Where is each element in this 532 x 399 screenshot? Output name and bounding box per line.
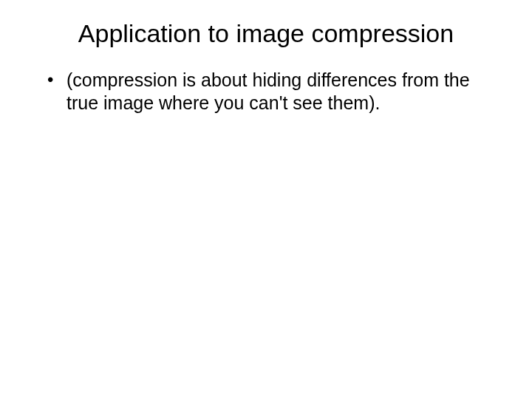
bullet-item: (compression is about hiding differences… xyxy=(47,69,495,115)
slide-container: Application to image compression (compre… xyxy=(0,0,532,399)
bullet-list: (compression is about hiding differences… xyxy=(37,69,495,115)
slide-title: Application to image compression xyxy=(37,19,495,48)
